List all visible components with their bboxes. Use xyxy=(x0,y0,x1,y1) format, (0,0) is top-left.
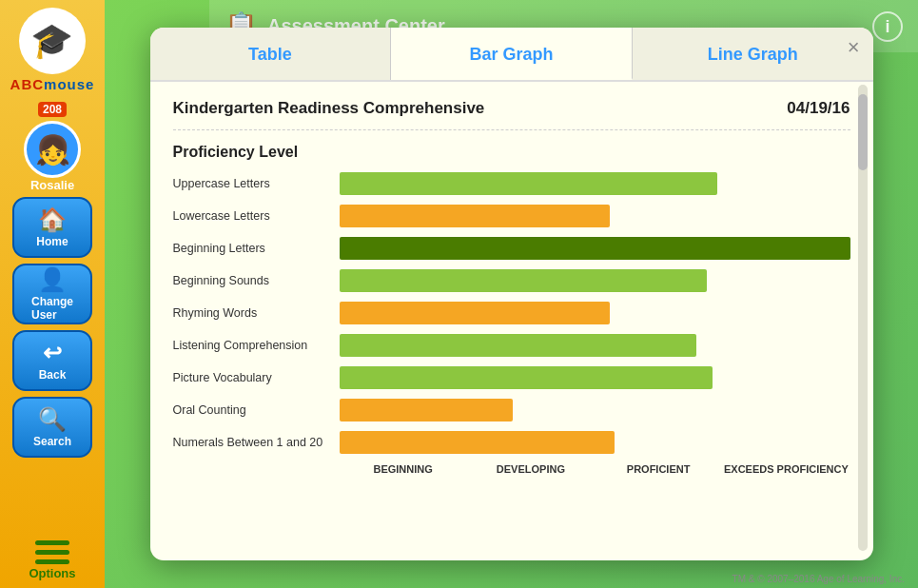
options-label: Options xyxy=(29,566,75,580)
logo-animal-icon: 🎓 xyxy=(19,8,86,74)
assessment-title: Kindergarten Readiness Comprehensive xyxy=(173,99,485,118)
modal-overlay: × Table Bar Graph Line Graph Kindergarte… xyxy=(105,0,918,588)
bar-track xyxy=(340,334,850,357)
bar-track xyxy=(340,431,850,454)
close-button[interactable]: × xyxy=(848,37,860,58)
modal-content: Kindergarten Readiness Comprehensive 04/… xyxy=(150,82,873,490)
user-name: Rosalie xyxy=(30,178,74,192)
bar-fill xyxy=(340,205,611,227)
bar-track xyxy=(340,237,850,260)
tab-bar-graph-label: Bar Graph xyxy=(469,45,553,64)
bar-fill xyxy=(340,269,708,292)
x-axis-label: PROFICIENT xyxy=(595,463,722,475)
bar-row: Numerals Between 1 and 20 xyxy=(173,429,850,456)
search-icon: 🔍 xyxy=(38,406,67,433)
scrollbar-thumb[interactable] xyxy=(858,94,868,170)
bar-fill xyxy=(340,237,850,260)
sidebar-item-search[interactable]: 🔍 Search xyxy=(12,397,92,458)
avatar: 👧 xyxy=(24,121,81,178)
scrollbar[interactable] xyxy=(858,85,868,551)
sidebar-item-home[interactable]: 🏠 Home xyxy=(12,197,92,258)
bar-label: Lowercase Letters xyxy=(173,209,340,223)
bar-row: Rhyming Words xyxy=(173,300,850,326)
back-label: Back xyxy=(39,368,67,382)
bar-chart: Uppercase LettersLowercase LettersBeginn… xyxy=(173,170,850,456)
bar-fill xyxy=(340,399,514,421)
sidebar: 🎓 ABCmouse 208 👧 Rosalie 🏠 Home 👤 Change… xyxy=(0,0,105,588)
bar-label: Uppercase Letters xyxy=(173,177,340,190)
bar-track xyxy=(340,172,850,195)
tab-line-graph-label: Line Graph xyxy=(708,45,798,64)
bar-fill xyxy=(340,302,611,324)
bar-label: Picture Vocabulary xyxy=(173,371,340,384)
home-label: Home xyxy=(36,235,68,248)
modal: × Table Bar Graph Line Graph Kindergarte… xyxy=(150,28,873,560)
bar-track xyxy=(340,399,850,421)
user-points: 208 xyxy=(38,102,67,117)
bar-label: Rhyming Words xyxy=(173,306,340,320)
bar-fill xyxy=(340,366,713,389)
sidebar-item-change-user[interactable]: 👤 ChangeUser xyxy=(12,264,92,324)
assessment-header: Kindergarten Readiness Comprehensive 04/… xyxy=(173,99,850,130)
bar-fill xyxy=(340,172,717,195)
bar-track xyxy=(340,366,850,389)
assessment-date: 04/19/16 xyxy=(787,99,850,118)
logo-area: 🎓 ABCmouse xyxy=(10,8,95,92)
bar-label: Oral Counting xyxy=(173,403,340,417)
bar-row: Beginning Sounds xyxy=(173,267,850,294)
x-axis-label: DEVELOPING xyxy=(467,463,595,475)
tab-line-graph[interactable]: Line Graph xyxy=(633,28,873,80)
tabs-container: Table Bar Graph Line Graph xyxy=(150,28,873,82)
sidebar-item-options[interactable]: Options xyxy=(12,540,92,580)
tab-table-label: Table xyxy=(248,45,292,64)
bar-label: Beginning Letters xyxy=(173,242,340,255)
bar-track xyxy=(340,269,850,292)
bar-row: Uppercase Letters xyxy=(173,170,850,197)
bar-row: Beginning Letters xyxy=(173,235,850,262)
bar-label: Listening Comprehension xyxy=(173,339,340,352)
bar-track xyxy=(340,302,850,324)
footer-copyright: TM & © 2007–2016 Age of Learning, Inc. xyxy=(732,574,905,584)
user-badge: 208 xyxy=(38,102,67,117)
bar-label: Beginning Sounds xyxy=(173,274,340,287)
bar-fill xyxy=(340,431,615,454)
bar-row: Picture Vocabulary xyxy=(173,364,850,391)
abc-logo-text: ABCmouse xyxy=(10,76,95,92)
sidebar-item-back[interactable]: ↩ Back xyxy=(12,330,92,391)
change-user-icon: 👤 xyxy=(38,266,67,293)
proficiency-heading: Proficiency Level xyxy=(173,144,850,161)
tab-bar-graph[interactable]: Bar Graph xyxy=(391,28,633,80)
bar-label: Numerals Between 1 and 20 xyxy=(173,436,340,449)
x-axis: BEGINNINGDEVELOPINGPROFICIENTEXCEEDS PRO… xyxy=(173,463,850,475)
search-label: Search xyxy=(33,435,71,448)
bar-fill xyxy=(340,334,697,357)
x-axis-label: EXCEEDS PROFICIENCY xyxy=(722,463,850,475)
tab-table[interactable]: Table xyxy=(150,28,392,80)
bar-row: Lowercase Letters xyxy=(173,203,850,229)
bar-track xyxy=(340,205,850,227)
bar-row: Listening Comprehension xyxy=(173,332,850,359)
change-user-label: ChangeUser xyxy=(31,295,73,322)
back-icon: ↩ xyxy=(43,340,62,366)
x-axis-label: BEGINNING xyxy=(340,463,467,475)
bar-row: Oral Counting xyxy=(173,397,850,423)
home-icon: 🏠 xyxy=(38,206,67,233)
hamburger-icon xyxy=(35,540,69,564)
